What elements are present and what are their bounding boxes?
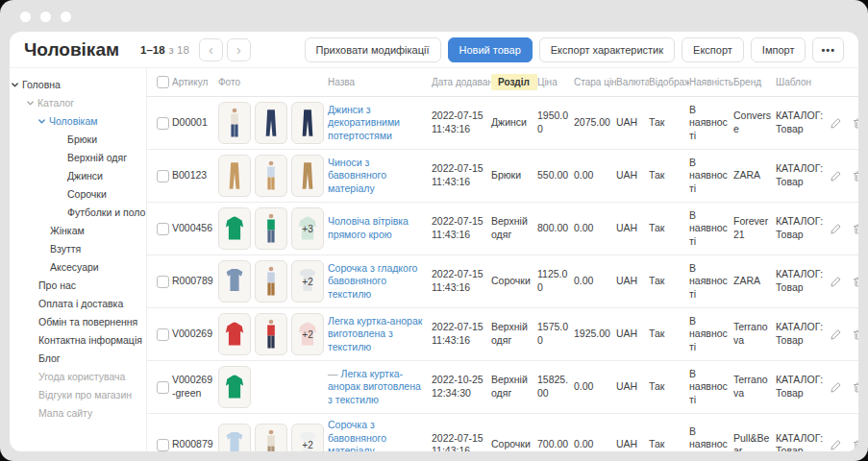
import-button[interactable]: Імпорт: [751, 37, 806, 62]
product-photo-thumbnail[interactable]: [218, 155, 251, 197]
edit-button[interactable]: [830, 117, 842, 130]
row-checkbox[interactable]: [157, 223, 169, 235]
sidebar-item[interactable]: Угода користувача: [10, 368, 146, 386]
figure-photo-icon: [259, 263, 284, 300]
product-photo-thumbnail[interactable]: [218, 102, 251, 144]
delete-button[interactable]: [852, 328, 858, 341]
product-name-link[interactable]: Легка куртка-анорак виготовлена з тексти…: [328, 315, 422, 352]
sidebar-item[interactable]: Обмін та повернення: [10, 313, 146, 331]
product-photo-thumbnail[interactable]: [255, 155, 287, 197]
sidebar-item-label: Контактна інформація: [38, 331, 142, 350]
table-row: D00001Джинси з декоративними потертостям…: [147, 97, 858, 150]
name-cell: Джинси з декоративними потертостями: [328, 97, 432, 150]
more-actions-button[interactable]: •••: [812, 37, 844, 62]
edit-button[interactable]: [830, 223, 842, 235]
sidebar-item[interactable]: Блог: [10, 350, 146, 368]
sidebar-item[interactable]: Взуття: [10, 240, 146, 258]
row-checkbox[interactable]: [157, 381, 169, 394]
next-page-button[interactable]: ›: [227, 38, 251, 61]
figure-photo-icon: [259, 426, 284, 451]
row-select-cell: [147, 150, 172, 203]
row-checkbox[interactable]: [157, 328, 169, 341]
product-photo-thumbnail[interactable]: [291, 155, 324, 197]
edit-button[interactable]: [830, 439, 842, 451]
window-dot-icon[interactable]: [20, 12, 31, 22]
sidebar-item[interactable]: Контактна інформація: [10, 331, 146, 350]
sidebar-item[interactable]: Жінкам: [10, 222, 146, 240]
sidebar-item[interactable]: Верхній одяг: [10, 149, 146, 167]
product-name-link[interactable]: Легка куртка-анорак виготовлена з тексти…: [328, 368, 421, 405]
product-name-link[interactable]: Чиноси з бавовняного матеріалу: [328, 157, 386, 194]
row-checkbox[interactable]: [157, 276, 169, 288]
edit-pencil-icon: [830, 117, 842, 130]
sidebar-item[interactable]: Аксесуари: [10, 258, 146, 277]
sidebar-item[interactable]: Оплата і доставка: [10, 295, 146, 313]
old-price-cell: 0.00: [574, 150, 616, 203]
row-checkbox[interactable]: [157, 117, 169, 130]
row-checkbox[interactable]: [157, 170, 169, 182]
sorted-column-chip[interactable]: Розділ: [491, 74, 537, 90]
delete-button[interactable]: [852, 117, 858, 130]
sidebar-item[interactable]: Брюки: [10, 131, 146, 149]
sidebar-item[interactable]: Сорочки: [10, 185, 146, 204]
product-photo-thumbnail[interactable]: [218, 207, 251, 250]
product-photo-thumbnail[interactable]: [255, 313, 287, 355]
product-name-link[interactable]: Чоловіча вітрівка прямого крою: [328, 215, 409, 240]
photo-thumbnails: +3: [218, 207, 324, 250]
export-button[interactable]: Експорт: [682, 37, 744, 62]
product-photo-thumbnail[interactable]: [255, 102, 287, 144]
edit-button[interactable]: [830, 328, 842, 341]
product-photo-thumbnail[interactable]: [255, 424, 287, 451]
sidebar-item[interactable]: Відгуки про магазин: [10, 386, 146, 404]
prev-page-button[interactable]: ‹: [199, 38, 223, 61]
figure-photo-icon: [259, 158, 284, 194]
row-checkbox[interactable]: [157, 439, 169, 451]
sidebar-item[interactable]: Головна: [10, 76, 146, 94]
product-photo-thumbnail[interactable]: [218, 260, 251, 303]
delete-button[interactable]: [852, 439, 858, 451]
figure-photo-icon: [222, 105, 247, 141]
product-photo-thumbnail[interactable]: [218, 313, 251, 355]
product-photo-thumbnail[interactable]: [255, 207, 287, 250]
delete-button[interactable]: [852, 381, 858, 394]
product-name-link[interactable]: Сорочка з бавовняного матеріалу притален…: [328, 419, 412, 451]
delete-button[interactable]: [852, 223, 858, 235]
product-photo-thumbnail[interactable]: [218, 424, 251, 451]
sidebar-item[interactable]: Мапа сайту: [10, 404, 146, 423]
edit-button[interactable]: [830, 170, 842, 182]
more-photos-thumbnail[interactable]: +2: [291, 424, 324, 451]
sidebar-item-label: Обмін та повернення: [38, 313, 137, 331]
new-product-button[interactable]: Новий товар: [448, 37, 533, 62]
delete-trash-icon: [852, 117, 858, 130]
more-photos-thumbnail[interactable]: +2: [291, 313, 324, 355]
select-all-checkbox[interactable]: [157, 76, 169, 88]
hide-modifications-button[interactable]: Приховати модифікації: [305, 37, 441, 62]
product-photo-thumbnail[interactable]: [291, 102, 324, 144]
product-photo-thumbnail[interactable]: [218, 366, 251, 408]
sidebar-item[interactable]: Каталог: [10, 94, 146, 112]
window-dot-icon[interactable]: [61, 12, 71, 22]
product-name-link[interactable]: Джинси з декоративними потертостями: [328, 104, 400, 141]
sidebar-item[interactable]: Футболки и поло: [10, 204, 146, 222]
window-dot-icon[interactable]: [40, 12, 51, 22]
delete-button[interactable]: [852, 170, 858, 182]
sidebar-item[interactable]: Про нас: [10, 277, 146, 295]
brand-cell: Forever 21: [733, 203, 776, 255]
product-name-link[interactable]: Сорочка з гладкого бавовняного текстилю: [328, 262, 417, 300]
more-photos-thumbnail[interactable]: +3: [291, 207, 324, 250]
sidebar-item-label: Жінкам: [50, 222, 85, 240]
sidebar-item-label: Аксесуари: [50, 258, 99, 277]
delete-button[interactable]: [852, 276, 858, 288]
date-added-cell: 2022-07-15 11:43:16: [432, 150, 491, 203]
export-characteristics-button[interactable]: Експорт характеристик: [539, 37, 675, 62]
product-photo-thumbnail[interactable]: [255, 260, 287, 303]
edit-button[interactable]: [830, 381, 842, 394]
more-photos-thumbnail[interactable]: +2: [291, 260, 324, 303]
edit-button[interactable]: [830, 276, 842, 288]
row-actions: [830, 117, 858, 130]
row-actions: [830, 170, 858, 182]
sidebar-item[interactable]: Джинси: [10, 167, 146, 185]
sidebar-item-label: Джинси: [67, 167, 103, 185]
template-cell: КАТАЛОГ: Товар: [776, 203, 830, 255]
sidebar-item[interactable]: Чоловікам: [10, 112, 146, 131]
